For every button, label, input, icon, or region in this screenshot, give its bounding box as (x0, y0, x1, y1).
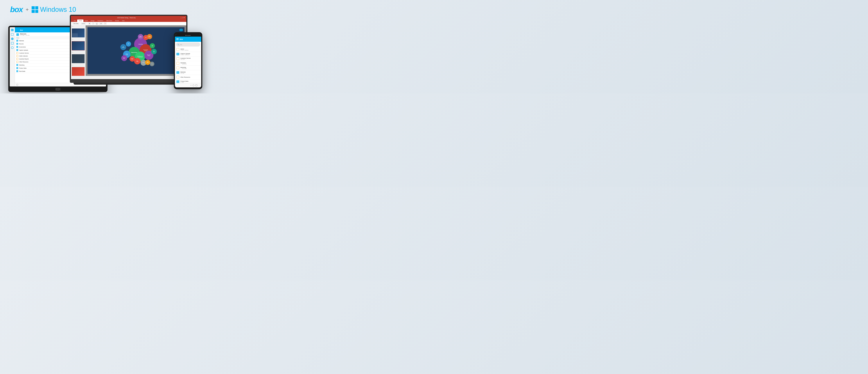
file-name: Materials (19, 40, 73, 41)
file-type-icon (17, 49, 18, 51)
tablet-home-button[interactable] (55, 88, 60, 90)
ppt-main-slide-view: Scanning File Reading/Viewing Diagrammin… (86, 25, 186, 76)
cloud-icon (179, 29, 183, 31)
file-type-icon (17, 52, 19, 54)
phone-file-type-icon (176, 62, 179, 64)
sidebar-icon-globe[interactable] (11, 37, 13, 40)
new-slide-btn[interactable]: New Slide (72, 23, 80, 25)
file-name: Quarterly Reports (19, 58, 73, 60)
col-name: Name (17, 37, 75, 38)
bubble-crm: CRM (126, 41, 131, 47)
phone-file-row[interactable]: Customer Service725.5 KB · ... (175, 56, 201, 61)
windows-brand-text: Windows 10 (40, 6, 76, 13)
phone-file-type-icon (176, 71, 179, 74)
underline-btn[interactable]: U (95, 23, 98, 25)
tab-design[interactable]: Design (89, 20, 96, 22)
file-name: Customer Service (19, 52, 73, 54)
bold-btn[interactable]: B (88, 23, 91, 25)
file-type-icon (17, 55, 19, 57)
sidebar-icon-upload[interactable] (11, 42, 13, 45)
file-name: Real Estate (19, 70, 73, 72)
phone-file-info: Capture Uploads5.9 MB · 10/28/2015 (180, 53, 200, 55)
phone-file-name: Marketing (180, 67, 200, 68)
phone-file-type-icon (176, 57, 179, 60)
plus-separator: + (26, 7, 29, 12)
hamburger-menu-icon[interactable] (176, 38, 179, 40)
box-brand-logo: box (10, 5, 23, 14)
strikethrough-btn[interactable]: ab (99, 23, 103, 25)
file-name: Selfie Collection (19, 55, 73, 57)
sidebar-icon-search[interactable] (11, 46, 13, 49)
main-slide-content: Scanning File Reading/Viewing Diagrammin… (88, 27, 184, 74)
file-type-icon (17, 61, 19, 63)
settings-icon[interactable] (17, 84, 18, 86)
phone-file-row[interactable]: Materials38.6 MB · ... (175, 70, 201, 75)
bubble-bi-analytics: BI/Analytics (120, 44, 126, 50)
window-controls: ― □ ✕ (180, 17, 185, 19)
phone-file-meta: ... · 9/22/2015 (180, 63, 200, 64)
phone-app-header: box (175, 37, 201, 42)
slide-thumb-28[interactable] (72, 28, 85, 37)
phone-status-bar: Microsoft (175, 34, 201, 37)
phone-bottom-bar: + ··· (175, 83, 201, 87)
layout-btn[interactable]: Layout (81, 23, 86, 25)
tab-slideshow[interactable]: Slide Show (105, 20, 114, 22)
phone-file-name: Product Sales (180, 81, 200, 82)
phone-file-name: Admin (180, 48, 200, 50)
ppt-ribbon-tabs: File Home Insert Design Transitions Slid… (71, 20, 186, 22)
file-type-icon (17, 46, 18, 48)
phone-file-row[interactable]: Capture Uploads5.9 MB · 10/28/2015 (175, 52, 201, 56)
file-type-icon (17, 43, 18, 45)
slide-thumb-30[interactable] (72, 54, 85, 63)
phone-file-list: Admin4.6 MB · 6/5/2015Capture Uploads5.9… (175, 47, 201, 83)
sidebar-icon-home[interactable] (11, 29, 13, 31)
font-color-btn[interactable]: A (104, 23, 106, 25)
phone-file-type-icon (176, 76, 179, 78)
tab-transitions[interactable]: Transitions (96, 20, 105, 22)
slide-thumb-31[interactable] (72, 67, 85, 76)
sidebar-icon-folder[interactable] (11, 33, 13, 36)
phone-file-row[interactable]: Hardware... · 9/22/2015 (175, 61, 201, 66)
phone-file-name: Capture Uploads (180, 53, 200, 54)
phone-file-row[interactable]: Other Resources (175, 75, 201, 80)
phone-file-info: Product Sales6.7 MB · ... (180, 81, 200, 83)
phone-users-icon[interactable] (192, 84, 194, 86)
slide-thumb-29[interactable] (72, 41, 85, 50)
tab-home[interactable]: Home (77, 20, 83, 22)
phone-add-icon[interactable]: + (190, 84, 191, 86)
laptop-base-bottom (73, 83, 184, 85)
italic-btn[interactable]: I (92, 23, 94, 25)
file-type-icon (17, 70, 18, 72)
phone-file-name: Other Resources (180, 77, 200, 78)
file-type-icon (17, 58, 19, 60)
tablet-box-logo: box (20, 28, 23, 31)
phone-file-meta: ... · 9/21/2015 (180, 68, 200, 69)
file-name: Screenshots (19, 46, 73, 48)
phone-link-icon[interactable] (195, 84, 197, 86)
phone-file-info: Other Resources (180, 77, 200, 78)
phone-file-row[interactable]: Marketing... · 9/21/2015 (175, 66, 201, 70)
windows-logo-area: Windows 10 (32, 6, 76, 13)
phone-file-name: Materials (180, 71, 200, 73)
laptop-screen-outer: 2015 Market Sizing – Read-only ― □ ✕ Fil… (70, 15, 187, 79)
header-logo: box + Windows 10 (10, 5, 76, 14)
phone-file-type-icon (176, 48, 179, 51)
phone-search-bar[interactable]: 🔍 box (176, 42, 200, 47)
file-name: Other Resources (19, 61, 73, 62)
phone-file-meta: 38.6 MB · ... (180, 73, 200, 74)
file-type-icon (17, 64, 18, 66)
tab-review[interactable]: Review (114, 20, 120, 22)
laptop-screen: 2015 Market Sizing – Read-only ― □ ✕ Fil… (71, 16, 186, 79)
phone-file-row[interactable]: Product Sales6.7 MB · ... (175, 80, 201, 83)
tab-insert[interactable]: Insert (84, 20, 89, 22)
phone-screen: Microsoft box 🔍 box Admin4.6 MB · 6/5/20… (175, 34, 201, 87)
phone-more-icon[interactable]: ··· (198, 84, 200, 86)
ppt-slide-panel: 28 ✩ 29 ✩ (71, 25, 86, 76)
phone-file-row[interactable]: Admin4.6 MB · 6/5/2015 (175, 47, 201, 52)
bubble-mobile-forms: MobileForms (145, 60, 150, 65)
tab-view[interactable]: View (121, 20, 126, 22)
laptop-base (70, 79, 187, 83)
file-type-icon (17, 67, 18, 69)
phone-device: Microsoft box 🔍 box Admin4.6 MB · 6/5/20… (174, 32, 202, 89)
tab-file[interactable]: File (72, 20, 77, 22)
